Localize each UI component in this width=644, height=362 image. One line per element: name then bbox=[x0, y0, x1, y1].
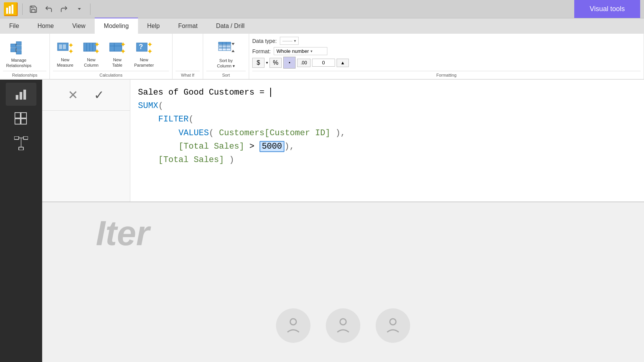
tab-data-drill[interactable]: Data / Drill bbox=[207, 18, 254, 34]
increment-button[interactable]: ▲ bbox=[337, 59, 349, 67]
what-if-group-label: What If bbox=[176, 71, 200, 79]
sidebar-item-data[interactable] bbox=[6, 107, 36, 130]
relationships-group-label: Relationships bbox=[3, 71, 46, 79]
formatting-row-format: Format: Whole number ▾ bbox=[252, 46, 641, 56]
new-table-button[interactable]: ✦ ✦ NewTable bbox=[105, 39, 130, 69]
svg-rect-46 bbox=[21, 119, 26, 124]
app-logo bbox=[4, 2, 18, 16]
svg-point-53 bbox=[340, 319, 346, 325]
tab-format[interactable]: Format bbox=[169, 18, 207, 34]
new-parameter-icon: ? ✦ ✦ bbox=[135, 40, 153, 57]
svg-rect-42 bbox=[23, 90, 26, 100]
ribbon-group-sort: Sort byColumn ▾ Sort bbox=[203, 34, 249, 79]
svg-rect-41 bbox=[20, 92, 22, 100]
svg-rect-2 bbox=[9, 6, 11, 14]
percent-button[interactable]: % bbox=[269, 58, 282, 68]
manage-relationships-label: ManageRelationships bbox=[6, 58, 31, 68]
new-parameter-button[interactable]: ? ✦ ✦ NewParameter bbox=[131, 39, 157, 69]
ribbon-group-relationships: ManageRelationships Relationships bbox=[0, 34, 50, 79]
new-parameter-label: NewParameter bbox=[134, 57, 154, 67]
calculations-items: ✦ ✦ NewMeasure ✦ ✦ bbox=[53, 35, 169, 71]
manage-relationships-icon bbox=[10, 39, 28, 57]
bar-chart-icon bbox=[14, 87, 28, 101]
svg-text:?: ? bbox=[139, 43, 143, 51]
data-type-label: Data type: bbox=[252, 38, 277, 44]
svg-text:✦: ✦ bbox=[68, 48, 74, 55]
svg-rect-9 bbox=[16, 51, 21, 54]
format-value-arrow: ▾ bbox=[310, 49, 312, 53]
ribbon-group-calculations: ✦ ✦ NewMeasure ✦ ✦ bbox=[50, 34, 172, 79]
formula-line-total-sales: [Total Sales] ) bbox=[138, 153, 636, 167]
svg-rect-15 bbox=[63, 44, 66, 49]
data-type-dropdown[interactable]: —— ▾ bbox=[280, 37, 299, 45]
number-input[interactable] bbox=[312, 59, 335, 67]
new-table-icon: ✦ ✦ bbox=[108, 40, 127, 57]
svg-rect-45 bbox=[15, 119, 20, 124]
svg-rect-5 bbox=[11, 44, 16, 48]
formula-line-values: VALUES( Customers[Customer ID] ), bbox=[138, 126, 636, 140]
new-measure-button[interactable]: ✦ ✦ NewMeasure bbox=[53, 39, 77, 69]
sidebar-item-model[interactable] bbox=[6, 132, 36, 155]
sort-by-column-icon bbox=[217, 39, 235, 57]
svg-rect-3 bbox=[12, 5, 13, 14]
decimal-button[interactable]: · bbox=[283, 57, 296, 69]
sort-group-label: Sort bbox=[206, 71, 246, 79]
svg-text:✦: ✦ bbox=[147, 48, 153, 55]
svg-rect-49 bbox=[19, 147, 23, 150]
canvas-iter-label: Iter bbox=[96, 214, 150, 253]
customize-button[interactable] bbox=[73, 3, 85, 15]
canvas-icon-3 bbox=[376, 308, 410, 343]
formula-action-buttons: ✕ ✓ bbox=[42, 80, 130, 111]
format-value-text: Whole number bbox=[276, 48, 309, 54]
relationships-items: ManageRelationships bbox=[3, 35, 46, 71]
format-value-dropdown[interactable]: Whole number ▾ bbox=[274, 47, 327, 55]
svg-point-54 bbox=[390, 319, 396, 325]
titlebar: Visual tools bbox=[0, 0, 644, 18]
formula-line-filter-cond: [Total Sales] > 5000), bbox=[138, 140, 636, 153]
svg-rect-7 bbox=[16, 42, 21, 46]
save-button[interactable] bbox=[27, 3, 39, 15]
tab-view[interactable]: View bbox=[63, 18, 94, 34]
canvas-icon-1 bbox=[276, 308, 310, 343]
svg-line-10 bbox=[16, 44, 16, 46]
tab-help[interactable]: Help bbox=[138, 18, 169, 34]
manage-relationships-button[interactable]: ManageRelationships bbox=[3, 39, 34, 69]
svg-line-11 bbox=[16, 48, 16, 50]
svg-rect-43 bbox=[15, 113, 20, 118]
svg-line-12 bbox=[16, 50, 16, 52]
new-column-button[interactable]: ✦ ✦ NewColumn bbox=[79, 39, 104, 69]
formula-cancel-button[interactable]: ✕ bbox=[64, 86, 82, 104]
svg-rect-35 bbox=[219, 48, 231, 51]
sort-by-column-button[interactable]: Sort byColumn ▾ bbox=[209, 39, 243, 69]
relationship-icon bbox=[14, 136, 28, 150]
svg-marker-4 bbox=[78, 8, 81, 10]
decimal2-button[interactable]: .00 bbox=[297, 59, 310, 67]
svg-rect-6 bbox=[11, 48, 16, 52]
svg-text:✦: ✦ bbox=[120, 41, 126, 48]
sidebar-item-report[interactable] bbox=[6, 83, 36, 106]
new-measure-icon: ✦ ✦ bbox=[56, 40, 74, 57]
ribbon-group-formatting: Data type: —— ▾ Format: Whole number ▾ $… bbox=[249, 34, 644, 79]
redo-button[interactable] bbox=[58, 3, 70, 15]
formula-line-title: Sales of Good Customers = bbox=[138, 86, 636, 99]
formatting-row-datatype: Data type: —— ▾ bbox=[252, 35, 641, 46]
sidebar bbox=[0, 80, 42, 362]
dollar-button[interactable]: $ bbox=[252, 58, 264, 68]
formula-line-sumx: SUMX( bbox=[138, 99, 636, 113]
canvas-icon-2 bbox=[326, 308, 360, 343]
tab-file[interactable]: File bbox=[0, 18, 28, 34]
tab-home[interactable]: Home bbox=[28, 18, 63, 34]
formula-line-filter: FILTER( bbox=[138, 113, 636, 126]
formula-confirm-button[interactable]: ✓ bbox=[90, 86, 108, 104]
visual-tools-label: Visual tools bbox=[574, 0, 640, 18]
undo-button[interactable] bbox=[43, 3, 55, 15]
tab-modeling[interactable]: Modeling bbox=[95, 18, 138, 34]
canvas-area: Iter bbox=[42, 202, 644, 362]
format-label: Format: bbox=[252, 48, 271, 54]
svg-rect-14 bbox=[59, 44, 62, 49]
formula-text-area[interactable]: Sales of Good Customers = SUMX( FILTER( … bbox=[130, 80, 644, 201]
data-type-arrow: ▾ bbox=[294, 39, 296, 43]
svg-rect-34 bbox=[219, 45, 231, 48]
svg-marker-39 bbox=[232, 50, 235, 52]
ribbon-tabs: File Home View Modeling Help Format Data… bbox=[0, 18, 644, 34]
